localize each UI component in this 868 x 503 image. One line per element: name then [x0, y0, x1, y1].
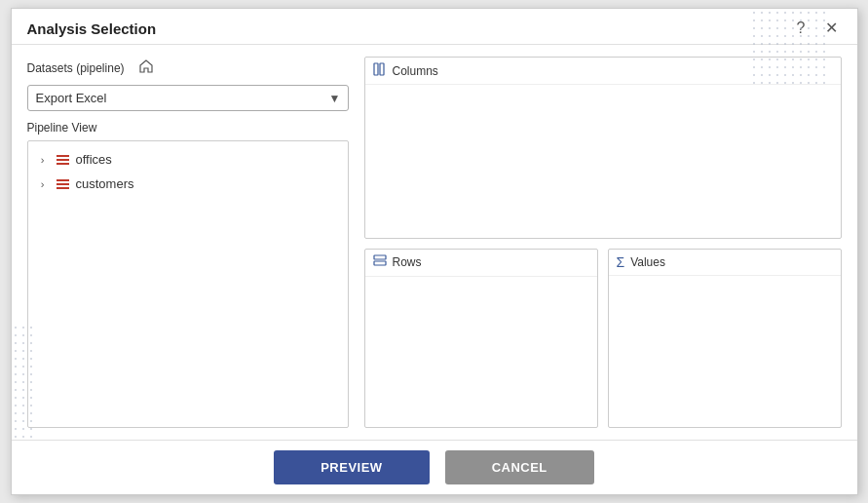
- rows-header: Rows: [365, 250, 597, 277]
- columns-icon: [373, 62, 387, 79]
- bottom-sections: Rows Σ Values: [364, 249, 842, 429]
- preview-button[interactable]: PREVIEW: [274, 450, 429, 484]
- home-button[interactable]: [136, 57, 156, 79]
- dialog-body: Datasets (pipeline) Export Excel ▼ Pipel…: [12, 45, 857, 440]
- svg-rect-2: [374, 255, 386, 259]
- columns-label: Columns: [393, 64, 438, 78]
- rows-label: Rows: [393, 255, 422, 269]
- chevron-right-icon-2: ›: [36, 178, 50, 190]
- pipeline-label: Pipeline View: [27, 121, 349, 135]
- dataset-dropdown[interactable]: Export Excel: [27, 85, 349, 111]
- rows-content[interactable]: [365, 277, 597, 428]
- pipeline-tree: › offices › customers: [27, 140, 349, 428]
- tree-item-offices[interactable]: › offices: [32, 147, 344, 172]
- values-section: Σ Values: [608, 249, 842, 429]
- dialog-header: Analysis Selection ? ✕: [12, 9, 857, 45]
- columns-header: Columns: [365, 58, 841, 85]
- help-button[interactable]: ?: [793, 19, 810, 38]
- sigma-icon: Σ: [617, 254, 625, 270]
- chevron-right-icon: ›: [36, 154, 50, 166]
- values-label: Values: [630, 255, 665, 269]
- dataset-dropdown-wrapper[interactable]: Export Excel ▼: [27, 85, 349, 111]
- svg-rect-1: [380, 63, 384, 75]
- dialog-title: Analysis Selection: [27, 20, 157, 37]
- cancel-button[interactable]: CANCEL: [445, 450, 594, 484]
- close-button[interactable]: ✕: [821, 19, 842, 38]
- values-header: Σ Values: [609, 250, 841, 276]
- tree-item-customers-label: customers: [76, 176, 134, 191]
- columns-content[interactable]: [365, 85, 841, 238]
- svg-rect-0: [374, 63, 378, 75]
- left-panel: Datasets (pipeline) Export Excel ▼ Pipel…: [27, 57, 349, 428]
- columns-section: Columns: [364, 57, 842, 239]
- dataset-label: Datasets (pipeline): [27, 61, 125, 75]
- header-icons: ? ✕: [793, 19, 842, 38]
- rows-icon: [373, 254, 387, 271]
- right-panel: Columns Rows: [364, 57, 842, 428]
- table-icon-customers: [57, 179, 69, 189]
- svg-rect-3: [374, 261, 386, 265]
- rows-section: Rows: [364, 249, 598, 429]
- dataset-header: Datasets (pipeline): [27, 57, 349, 79]
- dialog-footer: PREVIEW CANCEL: [12, 440, 857, 494]
- tree-item-offices-label: offices: [76, 152, 112, 167]
- table-icon-offices: [57, 155, 69, 165]
- tree-item-customers[interactable]: › customers: [32, 172, 344, 196]
- values-content[interactable]: [609, 276, 841, 428]
- analysis-selection-dialog: Analysis Selection ? ✕ Datasets (pipelin…: [11, 8, 858, 495]
